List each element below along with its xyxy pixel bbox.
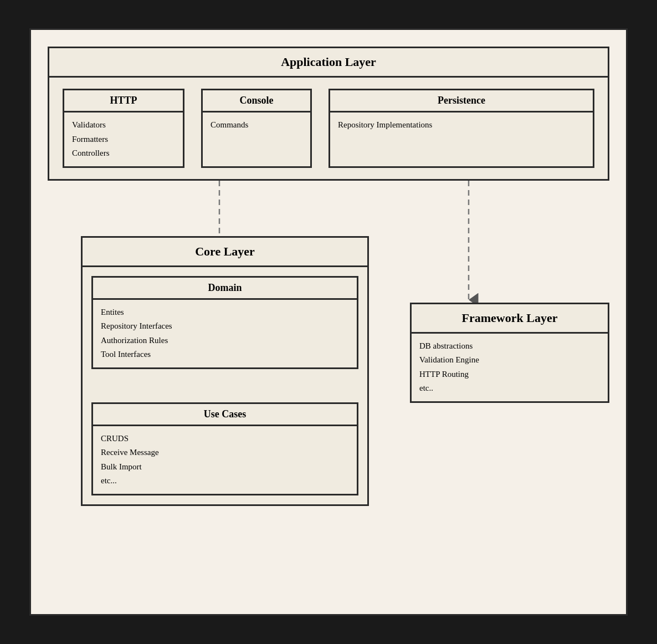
framework-item-validation: Validation Engine xyxy=(419,353,600,367)
core-layer: Core Layer Domain Entites Repository Int… xyxy=(81,236,369,506)
console-content: Commands xyxy=(203,113,310,138)
persistence-item-repo: Repository Implementations xyxy=(338,118,585,132)
console-title: Console xyxy=(203,90,310,113)
framework-item-etc: etc.. xyxy=(419,381,600,396)
application-layer-content: HTTP Validators Formatters Controllers C… xyxy=(49,78,608,179)
use-cases-item-etc: etc... xyxy=(101,474,349,488)
domain-item-entities: Entites xyxy=(101,305,349,320)
use-cases-box: Use Cases CRUDS Receive Message Bulk Imp… xyxy=(91,402,358,495)
arrow-spacer xyxy=(91,369,358,402)
console-item-commands: Commands xyxy=(211,118,302,132)
framework-layer-content: DB abstractions Validation Engine HTTP R… xyxy=(412,334,608,401)
http-title: HTTP xyxy=(64,90,183,113)
use-cases-item-receive: Receive Message xyxy=(101,446,349,460)
http-box: HTTP Validators Formatters Controllers xyxy=(63,89,184,168)
http-item-controllers: Controllers xyxy=(72,146,175,161)
use-cases-item-bulk: Bulk Import xyxy=(101,460,349,474)
core-layer-content: Domain Entites Repository Interfaces Aut… xyxy=(83,267,367,504)
use-cases-title: Use Cases xyxy=(93,404,357,426)
framework-layer: Framework Layer DB abstractions Validati… xyxy=(410,303,609,403)
http-item-validators: Validators xyxy=(72,118,175,132)
domain-box: Domain Entites Repository Interfaces Aut… xyxy=(91,276,358,369)
framework-layer-wrapper: Framework Layer DB abstractions Validati… xyxy=(410,303,609,403)
domain-title: Domain xyxy=(93,278,357,300)
http-item-formatters: Formatters xyxy=(72,132,175,147)
http-content: Validators Formatters Controllers xyxy=(64,113,183,166)
bottom-section: Core Layer Domain Entites Repository Int… xyxy=(48,181,609,546)
use-cases-item-cruds: CRUDS xyxy=(101,432,349,446)
console-box: Console Commands xyxy=(201,89,312,168)
framework-item-db: DB abstractions xyxy=(419,339,600,354)
persistence-box: Persistence Repository Implementations xyxy=(329,89,594,168)
domain-item-repo-interfaces: Repository Interfaces xyxy=(101,319,349,334)
framework-layer-title: Framework Layer xyxy=(412,304,608,334)
core-layer-title: Core Layer xyxy=(83,238,367,267)
application-layer-title: Application Layer xyxy=(49,48,608,78)
domain-content: Entites Repository Interfaces Authorizat… xyxy=(93,300,357,367)
domain-item-auth-rules: Authorization Rules xyxy=(101,334,349,348)
domain-item-tool-interfaces: Tool Interfaces xyxy=(101,347,349,362)
application-layer: Application Layer HTTP Validators Format… xyxy=(48,47,609,181)
core-layer-wrapper: Core Layer Domain Entites Repository Int… xyxy=(81,236,369,506)
persistence-content: Repository Implementations xyxy=(330,113,593,138)
diagram-container: Application Layer HTTP Validators Format… xyxy=(29,28,628,616)
framework-item-routing: HTTP Routing xyxy=(419,367,600,382)
persistence-title: Persistence xyxy=(330,90,593,113)
use-cases-content: CRUDS Receive Message Bulk Import etc... xyxy=(93,426,357,494)
